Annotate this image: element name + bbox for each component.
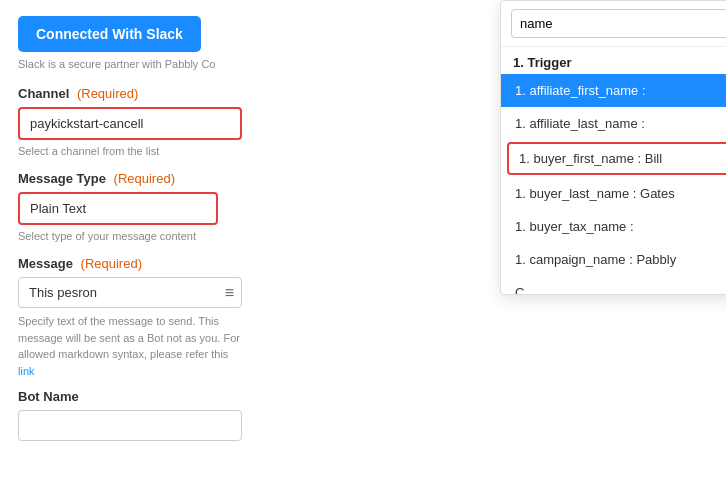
left-panel: Connected With Slack Slack is a secure p… [0, 0, 260, 500]
dropdown-overlay: × 1. Trigger 1. affiliate_first_name : 1… [500, 0, 726, 295]
list-icon[interactable]: ≡ [225, 284, 234, 302]
dropdown-section-header: 1. Trigger [501, 47, 726, 74]
channel-label: Channel (Required) [18, 86, 242, 101]
message-type-input[interactable] [18, 192, 218, 225]
dropdown-item-highlighted[interactable]: 1. buyer_first_name : Bill [507, 142, 726, 175]
bot-name-label: Bot Name [18, 389, 242, 404]
message-required: (Required) [81, 256, 142, 271]
main-container: Connected With Slack Slack is a secure p… [0, 0, 726, 500]
slack-description: Slack is a secure partner with Pabbly Co [18, 58, 242, 70]
dropdown-item[interactable]: 1. buyer_last_name : Gates [501, 177, 726, 210]
channel-required: (Required) [77, 86, 138, 101]
message-label: Message (Required) [18, 256, 242, 271]
right-panel: ↻ Refresh × 1. Trigger 1. affiliate_firs… [260, 0, 726, 500]
channel-label-text: Channel [18, 86, 69, 101]
message-input[interactable] [18, 277, 242, 308]
channel-input[interactable] [18, 107, 242, 140]
dropdown-list: 1. affiliate_first_name : 1. affiliate_l… [501, 74, 726, 294]
dropdown-item[interactable]: C [501, 276, 726, 294]
message-hint: Specify text of the message to send. Thi… [18, 313, 242, 379]
bot-name-input[interactable] [18, 410, 242, 441]
dropdown-search-wrapper: × [501, 1, 726, 47]
dropdown-item[interactable]: 1. campaign_name : Pabbly [501, 243, 726, 276]
dropdown-search-input[interactable] [511, 9, 726, 38]
message-type-hint: Select type of your message content [18, 230, 242, 242]
dropdown-item[interactable]: 1. buyer_tax_name : [501, 210, 726, 243]
message-type-label: Message Type (Required) [18, 171, 242, 186]
message-hint-link[interactable]: link [18, 365, 35, 377]
dropdown-item[interactable]: 1. affiliate_last_name : [501, 107, 726, 140]
dropdown-item[interactable]: 1. affiliate_first_name : [501, 74, 726, 107]
message-type-required: (Required) [114, 171, 175, 186]
message-type-label-text: Message Type [18, 171, 106, 186]
message-input-wrapper: ≡ [18, 277, 242, 308]
connected-with-slack-button[interactable]: Connected With Slack [18, 16, 201, 52]
message-label-text: Message [18, 256, 73, 271]
channel-hint: Select a channel from the list [18, 145, 242, 157]
